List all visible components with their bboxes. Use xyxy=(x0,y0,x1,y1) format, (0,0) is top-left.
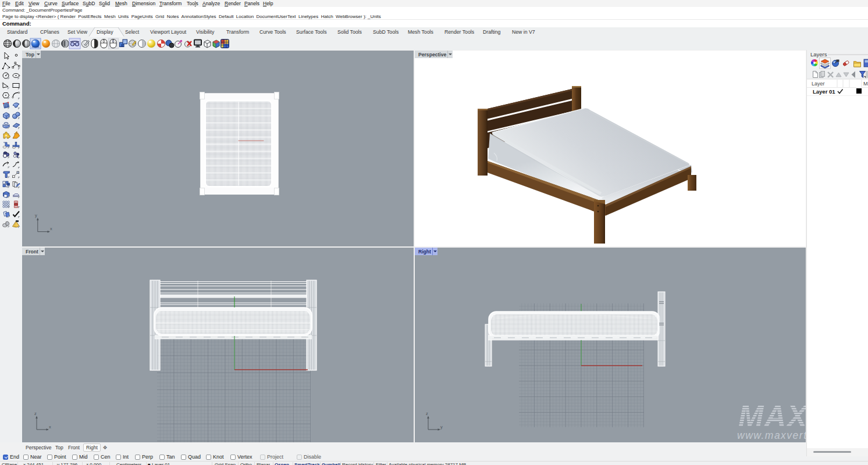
svg-text:x: x xyxy=(49,424,51,430)
svg-text:y: y xyxy=(35,213,37,218)
svg-text:z: z xyxy=(426,411,428,416)
svg-text:MAXV: MAXV xyxy=(738,399,806,433)
svg-text:...: ... xyxy=(13,191,16,194)
svg-text:x: x xyxy=(50,226,52,231)
svg-text:Ma: Ma xyxy=(863,81,868,87)
svg-text:z: z xyxy=(34,411,37,416)
svg-text:www.maxvert: www.maxvert xyxy=(737,430,806,441)
svg-text:Layer: Layer xyxy=(812,81,825,87)
svg-text:Layer 01: Layer 01 xyxy=(813,88,835,95)
svg-text:Layers: Layers xyxy=(810,51,827,58)
svg-text:y: y xyxy=(440,424,443,430)
